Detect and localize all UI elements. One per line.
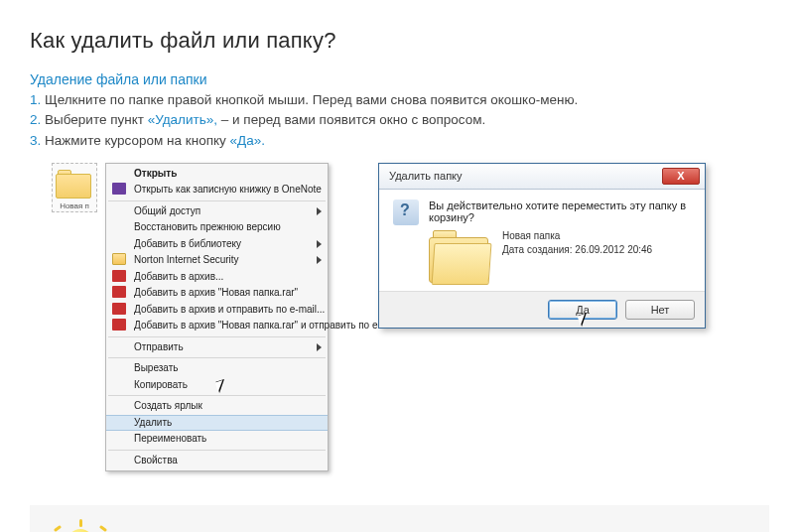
menu-separator [108, 357, 326, 358]
norton-icon [112, 253, 126, 265]
tip-box: Чтобы избежать случайностей, компьютер п… [30, 505, 769, 532]
yes-button[interactable]: Да [548, 300, 617, 320]
folder-label: Новая п [56, 201, 93, 210]
folder-icon [56, 170, 93, 200]
folder-thumbnail: Новая п [52, 163, 97, 212]
dialog-date: Дата создания: 26.09.2012 20:46 [502, 243, 652, 257]
step-2: 2. Выберите пункт «Удалить», – и перед в… [30, 110, 769, 130]
confirm-dialog: Удалить папку X Вы действительно хотите … [378, 163, 706, 329]
menu-separator [108, 395, 326, 396]
menu-library-label: Добавить в библиотеку [134, 238, 241, 249]
menu-separator [108, 336, 326, 337]
chevron-right-icon [317, 240, 322, 248]
menu-send-label: Отправить [134, 341, 184, 352]
menu-restore[interactable]: Восстановить прежнюю версию [106, 219, 328, 236]
chevron-right-icon [317, 256, 322, 264]
step-1-num: 1. [30, 92, 41, 107]
menu-delete[interactable]: Удалить [106, 415, 328, 432]
dialog-message: Вы действительно хотите переместить эту … [429, 200, 691, 223]
menu-cut[interactable]: Вырезать [106, 360, 328, 377]
dialog-titlebar: Удалить папку X [379, 164, 705, 190]
step-2-keyword: «Удалить», [148, 112, 217, 127]
no-button[interactable]: Нет [625, 300, 695, 320]
menu-copy[interactable]: Копировать [106, 377, 328, 394]
question-icon [393, 200, 419, 225]
dialog-title: Удалить папку [389, 170, 463, 182]
context-menu: Открыть Открыть как записную книжку в On… [105, 163, 329, 472]
menu-add-rar-email[interactable]: Добавить в архив "Новая папка.rar" и отп… [106, 318, 328, 334]
menu-properties[interactable]: Свойства [106, 453, 328, 469]
menu-add-rar[interactable]: Добавить в архив "Новая папка.rar" [106, 285, 328, 302]
menu-add-archive[interactable]: Добавить в архив... [106, 269, 328, 286]
menu-send[interactable]: Отправить [106, 339, 328, 356]
onenote-icon [112, 183, 126, 195]
menu-shortcut[interactable]: Создать ярлык [106, 398, 328, 415]
step-3: 3. Нажмите курсором на кнопку «Да». [30, 131, 769, 151]
chevron-right-icon [317, 343, 322, 351]
step-1-text: Щелкните по папке правой кнопкой мыши. П… [45, 92, 578, 107]
menu-library[interactable]: Добавить в библиотеку [106, 236, 328, 253]
menu-add-rar-label: Добавить в архив "Новая папка.rar" [134, 287, 298, 298]
lightbulb-icon [52, 521, 111, 532]
menu-norton[interactable]: Norton Internet Security [106, 252, 328, 269]
step-2-text-a: Выберите пункт [45, 112, 148, 127]
menu-share[interactable]: Общий доступ [106, 203, 328, 220]
dialog-folder-name: Новая папка [502, 229, 652, 243]
menu-add-archive-label: Добавить в архив... [134, 271, 223, 282]
section-subhead: Удаление файла или папки [30, 71, 769, 87]
step-1: 1. Щелкните по папке правой кнопкой мыши… [30, 90, 769, 110]
step-2-text-b: – и перед вами появится окно с вопросом. [221, 112, 485, 127]
menu-separator [108, 450, 326, 451]
menu-share-label: Общий доступ [134, 205, 200, 216]
chevron-right-icon [317, 207, 322, 215]
menu-open-onenote-label: Открыть как записную книжку в OneNote [134, 184, 322, 195]
archive-icon [112, 286, 126, 298]
archive-icon [112, 303, 126, 315]
archive-icon [112, 270, 126, 282]
menu-add-email[interactable]: Добавить в архив и отправить по e-mail..… [106, 302, 328, 319]
folder-icon [429, 229, 492, 285]
menu-separator [108, 200, 326, 201]
archive-icon [112, 319, 126, 331]
menu-norton-label: Norton Internet Security [134, 254, 239, 265]
menu-rename[interactable]: Переименовать [106, 431, 328, 448]
close-icon: X [677, 170, 684, 182]
step-3-text-a: Нажмите курсором на кнопку [45, 133, 229, 148]
menu-open-onenote[interactable]: Открыть как записную книжку в OneNote [106, 182, 328, 199]
menu-add-rar-email-label: Добавить в архив "Новая папка.rar" и отп… [134, 320, 399, 331]
page-title: Как удалить файл или папку? [30, 28, 769, 54]
close-button[interactable]: X [662, 168, 700, 185]
step-3-num: 3. [30, 133, 41, 148]
steps-list: 1. Щелкните по папке правой кнопкой мыши… [30, 90, 769, 151]
menu-add-email-label: Добавить в архив и отправить по e-mail..… [134, 304, 325, 315]
step-2-num: 2. [30, 112, 41, 127]
menu-open[interactable]: Открыть [106, 166, 328, 183]
step-3-keyword: «Да». [230, 133, 265, 148]
